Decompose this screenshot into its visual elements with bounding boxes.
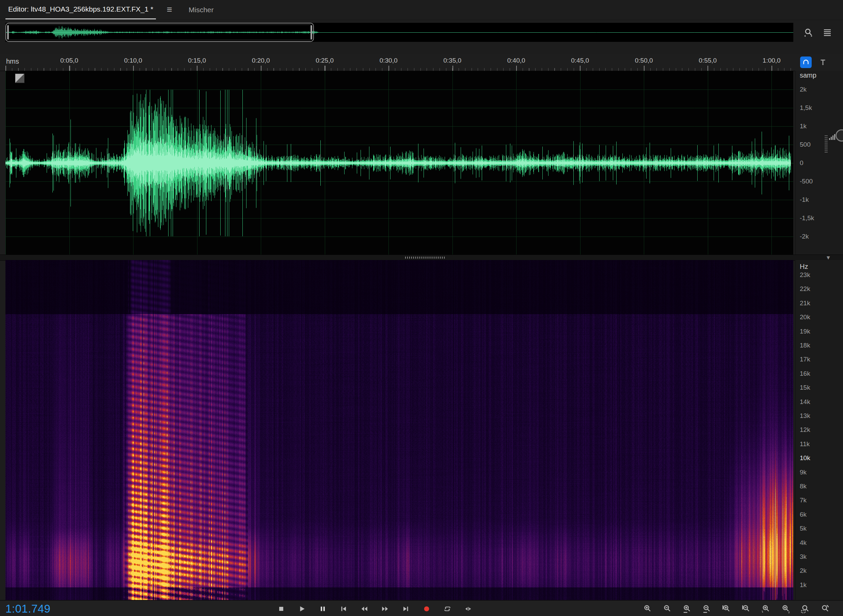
ruler-tick-label: 0:45,0 <box>571 57 589 65</box>
divider-drag-handle[interactable] <box>405 257 446 259</box>
overview-range-selector[interactable] <box>6 23 314 42</box>
reset-zoom-icon <box>820 604 830 614</box>
zoom-in-button[interactable] <box>642 603 653 614</box>
reset-zoom-button[interactable] <box>820 603 830 614</box>
ruler-tick-label: 0:10,0 <box>124 57 142 65</box>
zoom-out-amplitude-button[interactable] <box>741 603 751 614</box>
waveform-canvas[interactable] <box>6 71 793 255</box>
zoom-selection-icon <box>800 604 810 614</box>
levels-bars-icon <box>828 133 836 141</box>
tab-mixer[interactable]: Mischer <box>186 0 217 19</box>
frequency-scale-label: 5k <box>800 525 806 532</box>
frequency-scale-label: 17k <box>800 356 810 363</box>
ruler-tick-label: 0:50,0 <box>635 57 653 65</box>
record-button[interactable] <box>422 604 431 614</box>
ruler-tick-label: 0:25,0 <box>316 57 334 65</box>
timeline-ruler[interactable]: hms 0:05,00:10,00:15,00:20,00:25,00:30,0… <box>0 54 843 71</box>
stop-button[interactable] <box>276 604 286 614</box>
amplitude-unit-label: samp <box>800 72 817 79</box>
ruler-tick-label: 0:30,0 <box>380 57 398 65</box>
skip-start-icon <box>339 604 348 613</box>
frequency-scale-label: 23k <box>800 271 810 279</box>
tab-editor[interactable]: Editor: ltv48_HOA3_256kbps.192.EXT.FX_1 … <box>6 0 156 19</box>
ruler-tick-label: 0:40,0 <box>507 57 525 65</box>
overview-left-handle[interactable] <box>7 25 9 40</box>
skip-to-end-button[interactable] <box>401 604 411 614</box>
frequency-scale-label: 11k <box>800 440 810 448</box>
frequency-scale-label: 22k <box>800 285 810 293</box>
overview-navigator[interactable] <box>6 23 793 42</box>
skip-selection-button[interactable] <box>463 604 473 614</box>
zoom-in-amplitude-button[interactable] <box>721 603 732 614</box>
zoom-out-amplitude-icon <box>741 604 751 614</box>
frequency-scale-label: 4k <box>800 539 806 547</box>
stop-icon <box>277 604 286 613</box>
playhead-time-display[interactable]: 1:01.749 <box>6 601 50 616</box>
fast-forward-button[interactable] <box>380 604 390 614</box>
frequency-scale-label: 7k <box>800 497 806 504</box>
spectral-frequency-display[interactable] <box>6 260 793 600</box>
zoom-in-amplitude-icon <box>721 604 731 614</box>
spectrogram-canvas[interactable] <box>6 260 793 600</box>
zoom-out-icon <box>662 604 672 614</box>
frequency-scale-label: 1k <box>800 581 806 589</box>
amplitude-scale-label: -1k <box>800 196 809 204</box>
amplitude-scale-label: 1k <box>800 123 806 130</box>
zoom-out-time-button[interactable] <box>701 603 712 614</box>
rewind-button[interactable] <box>360 604 369 614</box>
skip-to-start-button[interactable] <box>339 604 348 614</box>
frequency-scale-label: 2k <box>800 567 806 575</box>
ruler-major-ticks <box>6 66 793 71</box>
frequency-scale: Hz 23k22k21k20k19k18k17k16k15k14k13k12k1… <box>795 260 843 600</box>
zoom-in-time-icon <box>682 604 692 614</box>
spectral-display-toggle[interactable] <box>800 57 812 68</box>
loop-playback-button[interactable] <box>443 604 452 614</box>
spectral-resolution-slider[interactable] <box>825 134 828 153</box>
frequency-scale-label: 16k <box>800 370 810 377</box>
hud-gain-knob[interactable] <box>836 129 843 142</box>
overview-right-handle[interactable] <box>310 25 312 40</box>
zoom-in-point-icon <box>761 604 771 614</box>
ruler-tick-label: 0:55,0 <box>699 57 717 65</box>
frequency-scale-label: 10k <box>800 454 810 462</box>
zoom-out-button[interactable] <box>662 603 673 614</box>
zoom-in-icon <box>642 604 652 614</box>
skip-selection-icon <box>464 604 473 613</box>
fast-forward-icon <box>380 604 389 613</box>
panel-menu-icon[interactable]: ≡ <box>167 0 172 19</box>
rewind-icon <box>360 604 369 613</box>
zoom-controls <box>642 601 830 616</box>
play-button[interactable] <box>297 604 307 614</box>
record-icon <box>422 604 431 613</box>
frequency-scale-label: 8k <box>800 483 806 490</box>
pause-button[interactable] <box>318 604 328 614</box>
zoom-out-time-icon <box>702 604 712 614</box>
frequency-scale-label: 6k <box>800 511 806 518</box>
ruler-tick-label: 0:20,0 <box>252 57 270 65</box>
amplitude-scale-label: 0 <box>800 159 803 167</box>
playhead-pin-icon[interactable] <box>817 57 829 68</box>
ruler-tick-label: 1:00,0 <box>763 57 781 65</box>
frequency-scale-label: 19k <box>800 328 810 335</box>
frequency-scale-label: 3k <box>800 553 806 560</box>
zoom-to-in-point-button[interactable] <box>761 603 771 614</box>
amplitude-scale-label: -2k <box>800 233 809 240</box>
waveform-display[interactable] <box>6 71 793 255</box>
frequency-scale-label: 15k <box>800 384 810 392</box>
frequency-unit-label: Hz <box>800 263 808 271</box>
ruler-tick-label: 0:15,0 <box>188 57 206 65</box>
panel-list-icon[interactable] <box>821 26 833 38</box>
transport-bar: 1:01.749 <box>0 600 843 616</box>
play-icon <box>298 604 306 613</box>
zoom-to-out-point-button[interactable] <box>780 603 791 614</box>
overview-zoom-icon[interactable] <box>802 26 814 38</box>
ruler-tick-label: 0:35,0 <box>443 57 461 65</box>
channel-selector-chip[interactable] <box>15 73 25 83</box>
zoom-in-time-button[interactable] <box>681 603 692 614</box>
frequency-scale-label: 21k <box>800 299 810 307</box>
transport-controls <box>276 601 473 616</box>
frequency-scale-label: 18k <box>800 342 810 349</box>
tab-editor-label: Editor: ltv48_HOA3_256kbps.192.EXT.FX_1 … <box>8 5 153 13</box>
zoom-to-selection-button[interactable] <box>800 603 811 614</box>
ruler-unit-label: hms <box>6 57 19 65</box>
